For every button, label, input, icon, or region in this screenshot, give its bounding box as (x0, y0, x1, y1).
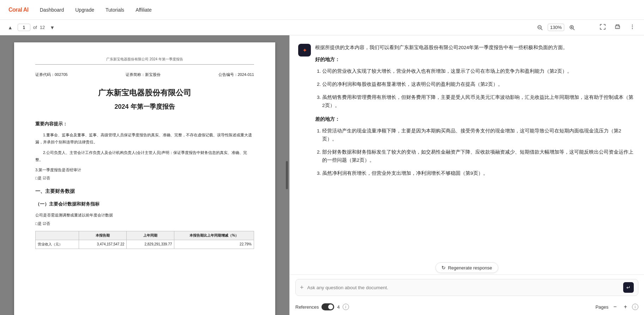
chat-input-row: + ↵ (295, 279, 638, 296)
pdf-checkbox-yes: □是 ☑否 (35, 175, 254, 182)
regenerate-button[interactable]: ↻ Regenerate response (435, 262, 498, 273)
pages-next-button[interactable]: + (622, 303, 629, 311)
nav-link-upgrade[interactable]: Upgrade (75, 7, 94, 13)
expand-button[interactable] (597, 22, 609, 33)
table-header-2: 上年同期 (127, 231, 174, 240)
logo: Coral AI (8, 7, 29, 13)
print-button[interactable] (612, 22, 624, 33)
pages-info-icon-text: i (635, 305, 636, 309)
pdf-report-title: 2024 年第一季度报告 (35, 102, 254, 112)
top-nav: Coral AI Dashboard Upgrade Tutorials Aff… (0, 0, 644, 20)
svg-rect-8 (616, 27, 619, 29)
page-total: 12 (40, 25, 45, 30)
pages-prev-button[interactable]: − (611, 303, 619, 311)
next-page-button[interactable]: ▼ (48, 23, 57, 32)
chat-messages: ✦ 根据所提供的文本内容，我们可以看到广东新宝电器股份有限公司2024年第一季度… (290, 35, 644, 260)
pdf-sub-section: （一）主要会计数据和财务指标 (35, 201, 254, 208)
list-item: 虽然净利润有所增长，但营业外支出增加，净利润增长不够稳固（第9页）。 (322, 170, 636, 178)
table-cell-label: 营业收入（元） (36, 240, 79, 249)
more-options-button[interactable] (626, 22, 638, 33)
references-info-icon[interactable]: i (343, 304, 349, 310)
regenerate-label: Regenerate response (448, 265, 492, 271)
chat-bottom-bar: References 4 i Pages − + i (290, 300, 644, 315)
chat-good-heading: 好的地方： (315, 55, 636, 64)
table-cell-change: 22.79% (174, 240, 254, 249)
table-cell-prior: 2,829,291,339.77 (127, 240, 174, 249)
page-number-input[interactable] (18, 24, 30, 31)
table-row: 营业收入（元） 3,474,157,547.22 2,829,291,339.7… (36, 240, 254, 249)
ai-avatar-icon: ✦ (302, 47, 307, 54)
pdf-table-note: 公司是否需追溯调整或重述以前年度会计数据 (35, 212, 254, 219)
send-icon: ↵ (626, 285, 631, 290)
pdf-main-section: 一、主要财务数据 (35, 187, 254, 195)
chat-good-list: 公司的营业收入实现了较大增长，营业外收入也有所增加，这显示了公司在市场上的竞争力… (315, 67, 636, 110)
references-toggle[interactable] (321, 303, 334, 310)
list-item: 经营活动产生的现金流量净额下降，主要是因为本期购买商品、接受劳务支付的现金增加，… (322, 127, 636, 143)
zoom-in-button[interactable] (567, 23, 577, 32)
bottom-bar-right: Pages − + i (595, 303, 638, 311)
nav-link-tutorials[interactable]: Tutorials (106, 7, 124, 13)
pdf-paragraph-1: 1.董事会、监事会及董事、监事、高级管理人员保证季度报告的真实、准确、完整，不存… (35, 132, 254, 146)
regenerate-bar: ↻ Regenerate response (290, 260, 644, 274)
chat-bubble: 根据所提供的文本内容，我们可以看到广东新宝电器股份有限公司2024年第一季度报告… (315, 44, 636, 183)
svg-point-12 (632, 28, 633, 29)
chat-text-input[interactable] (307, 285, 620, 290)
chat-intro-text: 根据所提供的文本内容，我们可以看到广东新宝电器股份有限公司2024年第一季度报告… (315, 44, 636, 52)
svg-point-10 (632, 24, 633, 25)
chat-input-area: + ↵ (290, 274, 644, 300)
svg-point-11 (632, 26, 633, 27)
scroll-indicator (286, 161, 288, 189)
chat-add-button[interactable]: + (300, 284, 304, 291)
chat-panel: ✦ 根据所提供的文本内容，我们可以看到广东新宝电器股份有限公司2024年第一季度… (289, 35, 644, 315)
references-count: 4 (337, 304, 339, 310)
list-item: 公司的净利润和每股收益都有显著增长，这表明公司的盈利能力在提高（第2页）。 (322, 81, 636, 89)
plus-icon: + (300, 284, 304, 291)
list-item: 部分财务数据和财务指标发生了较大的变动，如交易性金融资产下降、应收款项融资减少、… (322, 148, 636, 165)
ai-avatar: ✦ (298, 44, 311, 57)
svg-line-4 (573, 29, 574, 30)
pdf-paragraph-2: 2.公司负责人、主管会计工作负责人及会计机构负责人(会计主管人员)声明：保证季度… (35, 149, 254, 164)
prev-page-button[interactable]: ▲ (6, 23, 15, 32)
zoom-out-button[interactable] (535, 23, 545, 32)
pdf-page: 广东新宝电器股份有限公司 2024 年第一季度报告 证券代码：002705 证券… (14, 42, 275, 315)
zoom-level-display[interactable]: 130% (548, 24, 564, 31)
chat-message-ai: ✦ 根据所提供的文本内容，我们可以看到广东新宝电器股份有限公司2024年第一季度… (298, 44, 636, 183)
pdf-important-heading: 重要内容提示： (35, 120, 254, 128)
list-item: 公司的营业收入实现了较大增长，营业外收入也有所增加，这显示了公司在市场上的竞争力… (322, 67, 636, 76)
table-header-1: 本报告期 (79, 231, 127, 240)
pdf-table-container: 本报告期 上年同期 本报告期比上年同期增减（%） 营业收入（元） 3,474,1… (35, 231, 254, 249)
pdf-paragraph-3: 3.第一季度报告是否经审计 (35, 167, 254, 173)
svg-point-9 (619, 26, 619, 27)
main-content: 广东新宝电器股份有限公司 2024 年第一季度报告 证券代码：002705 证券… (0, 35, 644, 315)
nav-link-affiliate[interactable]: Affiliate (136, 7, 152, 13)
pdf-table-note2: □是 ☑否 (35, 221, 254, 227)
chat-bad-list: 经营活动产生的现金流量净额下降，主要是因为本期购买商品、接受劳务支付的现金增加，… (315, 127, 636, 178)
pdf-financial-table: 本报告期 上年同期 本报告期比上年同期增减（%） 营业收入（元） 3,474,1… (35, 231, 254, 249)
chat-send-button[interactable]: ↵ (623, 282, 634, 293)
svg-line-1 (541, 29, 542, 30)
regenerate-icon: ↻ (441, 265, 446, 271)
references-label: References (295, 304, 319, 310)
pdf-meta-abbr: 证券简称：新宝股份 (126, 72, 161, 78)
pdf-meta-notice: 公告编号：2024-011 (218, 72, 254, 78)
pdf-meta-code: 证券代码：002705 (35, 72, 68, 78)
info-icon-text: i (345, 305, 346, 309)
pdf-meta-row: 证券代码：002705 证券简称：新宝股份 公告编号：2024-011 (35, 72, 254, 78)
table-header-3: 本报告期比上年同期增减（%） (174, 231, 254, 240)
pdf-company-name: 广东新宝电器股份有限公司 (35, 87, 254, 99)
nav-link-dashboard[interactable]: Dashboard (40, 7, 64, 13)
chat-bad-heading: 差的地方： (315, 115, 636, 124)
table-cell-current: 3,474,157,547.22 (79, 240, 127, 249)
bottom-bar-left: References 4 i (295, 303, 349, 310)
pages-info-icon[interactable]: i (632, 304, 638, 310)
pdf-toolbar: ▲ of 12 ▼ 130% (0, 20, 644, 35)
pdf-viewer[interactable]: 广东新宝电器股份有限公司 2024 年第一季度报告 证券代码：002705 证券… (0, 35, 289, 315)
table-header-0 (36, 231, 79, 240)
pdf-header-text: 广东新宝电器股份有限公司 2024 年第一季度报告 (35, 57, 254, 65)
pages-label: Pages (595, 304, 608, 310)
list-item: 虽然销售费用和管理费用有所增长，但财务费用下降，主要是受人民币兑美元汇率波动影响… (322, 94, 636, 110)
page-separator: of (33, 25, 37, 30)
